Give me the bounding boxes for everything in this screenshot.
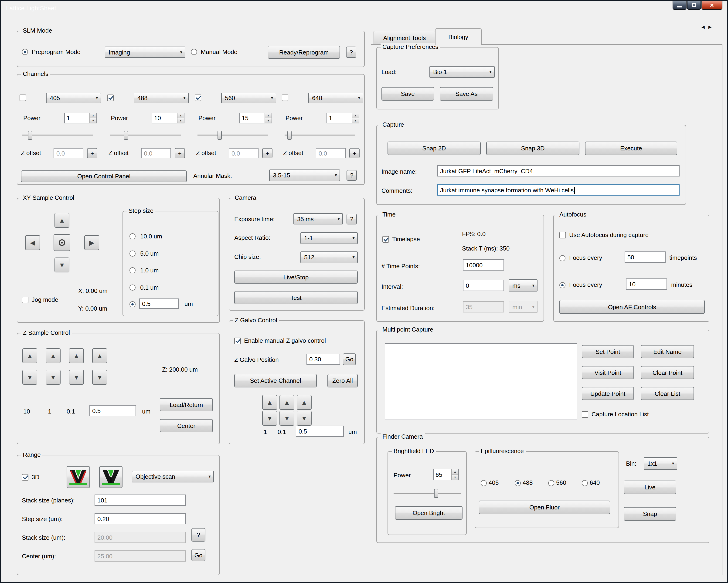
z-down-1-button[interactable]: ▼	[46, 370, 60, 385]
spinner-up-icon[interactable]: ▲	[265, 113, 271, 118]
tab-scroll-left-icon[interactable]: ◀	[701, 25, 705, 29]
range-3d-checkbox[interactable]	[22, 474, 28, 481]
channel-405-power-spinner[interactable]: 1 ▲▼	[64, 113, 97, 124]
galvo-up-custom-button[interactable]: ▲	[297, 395, 312, 410]
spinner-up-icon[interactable]: ▲	[452, 469, 458, 474]
stage-scan-button[interactable]	[67, 466, 90, 488]
step-um-field[interactable]: 0.20	[95, 513, 186, 524]
z-up-1-button[interactable]: ▲	[46, 348, 60, 363]
exposure-dropdown[interactable]: 35 ms ▼	[293, 213, 343, 224]
finder-snap-button[interactable]: Snap	[624, 507, 676, 521]
minimize-button[interactable]	[673, 1, 686, 10]
channel-640-power-slider[interactable]	[285, 131, 355, 140]
step-custom-field[interactable]: 0.5	[139, 298, 179, 309]
clear-point-button[interactable]: Clear Point	[641, 366, 694, 379]
set-point-button[interactable]: Set Point	[582, 345, 634, 358]
snap-2d-button[interactable]: Snap 2D	[388, 141, 481, 155]
spinner-up-icon[interactable]: ▲	[178, 113, 184, 118]
channel-640-wavelength-dropdown[interactable]: 640 ▼	[308, 92, 363, 103]
channel-405-z-offset-plus-button[interactable]: +	[87, 148, 97, 158]
visit-point-button[interactable]: Visit Point	[582, 366, 634, 379]
set-active-channel-button[interactable]: Set Active Channel	[234, 374, 317, 388]
channel-640-z-offset-plus-button[interactable]: +	[349, 148, 360, 158]
tab-alignment-tools[interactable]: Alignment Tools	[373, 31, 436, 45]
objective-scan-button[interactable]	[99, 466, 123, 488]
spinner-down-icon[interactable]: ▼	[265, 118, 271, 123]
tab-biology[interactable]: Biology	[435, 28, 482, 45]
chip-size-dropdown[interactable]: 512 ▼	[301, 251, 358, 263]
camera-help-button[interactable]: ?	[346, 214, 357, 224]
galvo-down-01-button[interactable]: ▼	[280, 411, 294, 426]
spinner-down-icon[interactable]: ▼	[178, 118, 184, 123]
image-name-field[interactable]: Jurkat GFP LifeAct_mCherry_CD4	[437, 165, 680, 177]
channel-405-checkbox[interactable]	[20, 95, 26, 101]
save-as-button[interactable]: Save As	[440, 87, 493, 101]
center-button[interactable]: Center	[160, 419, 213, 432]
xy-right-button[interactable]: ▶	[84, 235, 99, 250]
z-up-custom-button[interactable]: ▲	[92, 348, 107, 363]
channel-488-checkbox[interactable]	[107, 95, 114, 101]
multipoint-list[interactable]	[385, 343, 577, 420]
z-down-01-button[interactable]: ▼	[69, 370, 84, 385]
slider-thumb[interactable]	[287, 131, 292, 140]
channel-405-z-offset-field[interactable]: 0.0	[54, 148, 83, 158]
epi-640-radio[interactable]	[582, 480, 588, 486]
xy-up-button[interactable]: ▲	[54, 213, 70, 228]
channel-560-z-offset-plus-button[interactable]: +	[262, 148, 272, 158]
title-bar[interactable]: Lattice LightSheet ×	[1, 1, 727, 17]
galvo-down-custom-button[interactable]: ▼	[297, 411, 312, 426]
channels-help-button[interactable]: ?	[346, 170, 357, 181]
open-bright-button[interactable]: Open Bright	[395, 506, 463, 520]
slm-help-button[interactable]: ?	[346, 47, 356, 58]
epi-488-radio[interactable]	[515, 480, 521, 486]
spinner-up-icon[interactable]: ▲	[90, 113, 97, 118]
open-fluor-button[interactable]: Open Fluor	[479, 501, 610, 514]
galvo-up-1-button[interactable]: ▲	[262, 395, 277, 410]
finder-live-button[interactable]: Live	[624, 481, 676, 494]
channel-560-checkbox[interactable]	[195, 95, 201, 101]
slider-thumb[interactable]	[28, 131, 32, 140]
z-step-custom-field[interactable]: 0.5	[89, 405, 136, 416]
z-down-10-button[interactable]: ▼	[22, 370, 37, 385]
focus-every-minutes-radio[interactable]	[560, 282, 566, 288]
interval-unit-dropdown[interactable]: ms ▼	[509, 280, 538, 292]
slm-mode-dropdown[interactable]: Imaging ▼	[105, 47, 185, 58]
use-autofocus-checkbox[interactable]	[560, 232, 566, 238]
annular-mask-dropdown[interactable]: 3.5-15 ▼	[269, 169, 340, 181]
step-custom-radio[interactable]	[129, 301, 135, 307]
snap-3d-button[interactable]: Snap 3D	[486, 141, 579, 155]
bf-power-slider[interactable]	[394, 489, 461, 498]
xy-center-button[interactable]	[54, 234, 70, 251]
maximize-button[interactable]	[687, 1, 701, 10]
bf-power-spinner[interactable]: 65 ▲▼	[433, 469, 459, 480]
epi-560-radio[interactable]	[548, 480, 554, 486]
channel-488-power-slider[interactable]	[110, 131, 181, 140]
focus-minutes-field[interactable]: 10	[626, 279, 667, 290]
channel-560-power-spinner[interactable]: 15 ▲▼	[239, 113, 272, 124]
galvo-down-1-button[interactable]: ▼	[262, 411, 277, 426]
update-point-button[interactable]: Update Point	[582, 387, 634, 400]
channel-560-z-offset-field[interactable]: 0.0	[229, 148, 259, 158]
test-button[interactable]: Test	[234, 291, 358, 304]
capture-location-list-checkbox[interactable]	[582, 411, 588, 418]
focus-every-timepoints-radio[interactable]	[560, 255, 566, 261]
epi-405-radio[interactable]	[481, 480, 487, 486]
channel-640-z-offset-field[interactable]: 0.0	[316, 148, 346, 158]
load-preset-dropdown[interactable]: Bio 1 ▼	[430, 66, 495, 78]
xy-left-button[interactable]: ◀	[25, 235, 40, 250]
stack-planes-field[interactable]: 101	[95, 495, 186, 506]
load-return-button[interactable]: Load/Return	[160, 398, 213, 411]
live-stop-button[interactable]: Live/Stop	[234, 270, 358, 284]
manual-mode-radio[interactable]	[191, 49, 197, 55]
open-af-controls-button[interactable]: Open AF Controls	[560, 300, 705, 314]
open-control-panel-button[interactable]: Open Control Panel	[21, 170, 187, 182]
channel-488-z-offset-field[interactable]: 0.0	[141, 148, 171, 158]
tab-scroll-right-icon[interactable]: ▶	[708, 25, 712, 29]
range-help-button[interactable]: ?	[191, 528, 205, 541]
zero-all-button[interactable]: Zero All	[328, 374, 358, 388]
step-5um-radio[interactable]	[129, 250, 135, 257]
xy-down-button[interactable]: ▼	[54, 258, 70, 272]
jog-mode-checkbox[interactable]	[22, 297, 28, 303]
range-go-button[interactable]: Go	[191, 549, 205, 561]
channel-640-checkbox[interactable]	[282, 95, 288, 101]
